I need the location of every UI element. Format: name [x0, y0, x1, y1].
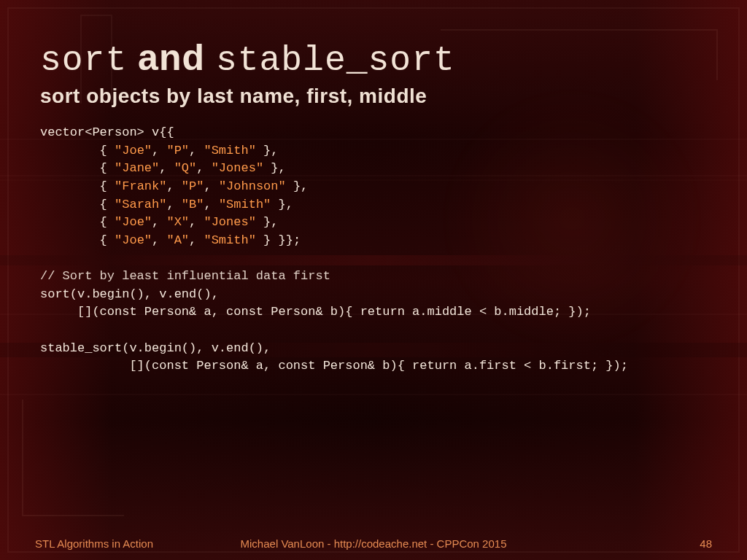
code-person-0-middle: "P": [166, 144, 189, 158]
code-person-3-middle: "B": [182, 198, 204, 211]
code-person-0-first: "Joe": [115, 144, 152, 158]
code-person-2-middle: "P": [182, 179, 204, 193]
code-person-2-first: "Frank": [115, 179, 166, 193]
footer-left: STL Algorithms in Action: [35, 537, 153, 550]
code-decl-close: }};: [271, 233, 301, 247]
code-person-1-last: "Jones": [212, 161, 263, 175]
code-block: vector<Person> v{{ { "Joe", "P", "Smith"…: [40, 124, 707, 376]
code-comment: // Sort by least influential data first: [40, 269, 330, 283]
code-person-3-last: "Smith": [219, 198, 271, 211]
footer-center: Michael VanLoon - http://codeache.net - …: [241, 537, 507, 550]
footer-page-number: 48: [700, 537, 712, 550]
slide-title: sort and stable_sort: [40, 36, 707, 80]
code-sort-line2: [](const Person& a, const Person& b){ re…: [40, 305, 591, 319]
code-person-5-last: "Smith": [204, 233, 255, 247]
slide-subtitle: sort objects by last name, first, middle: [40, 85, 707, 108]
title-code-stable-sort: stable_sort: [216, 41, 455, 80]
code-person-0-last: "Smith": [204, 144, 255, 158]
code-person-2-last: "Johnson": [219, 179, 286, 193]
slide: sort and stable_sort sort objects by las…: [0, 0, 747, 560]
footer: STL Algorithms in Action Michael VanLoon…: [0, 537, 747, 550]
code-stable-line2: [](const Person& a, const Person& b){ re…: [40, 359, 628, 373]
code-person-3-first: "Sarah": [115, 198, 166, 211]
title-code-sort: sort: [40, 41, 127, 80]
code-person-5-middle: "A": [166, 233, 189, 247]
code-person-4-first: "Joe": [115, 215, 152, 229]
code-person-4-middle: "X": [166, 215, 189, 229]
code-stable-line1: stable_sort(v.begin(), v.end(),: [40, 341, 271, 355]
code-sort-line1: sort(v.begin(), v.end(),: [40, 287, 219, 301]
code-person-1-first: "Jane": [115, 161, 159, 175]
code-person-4-last: "Jones": [204, 215, 255, 229]
code-person-1-middle: "Q": [174, 161, 197, 175]
title-and: and: [127, 37, 216, 78]
code-decl-open: vector<Person> v{{: [40, 125, 174, 139]
code-person-5-first: "Joe": [115, 233, 152, 247]
